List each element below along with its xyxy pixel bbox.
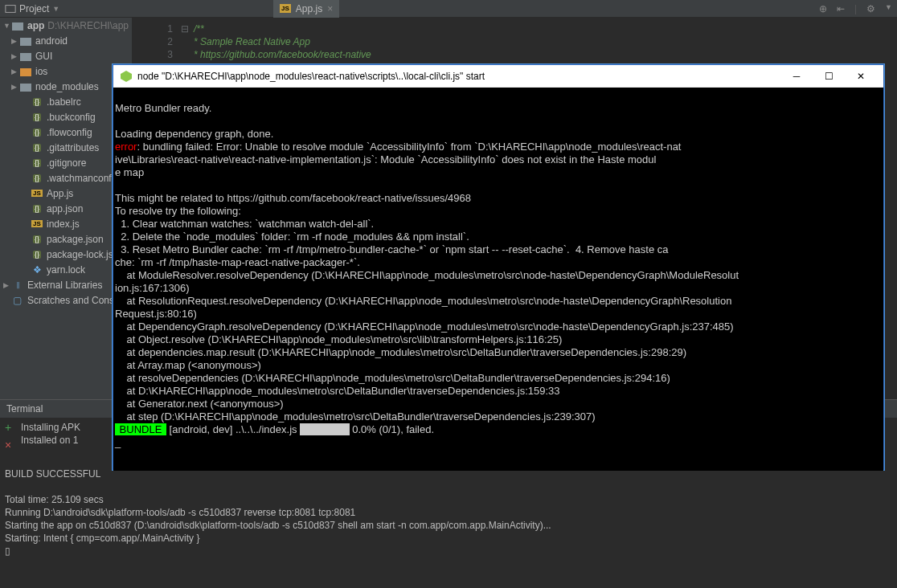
file-icon: {} [31,142,43,153]
file-icon: ❖ [31,264,43,276]
close-button[interactable]: ✕ [845,65,877,88]
item-label: .babelrc [47,96,81,108]
file-icon: {} [31,112,43,123]
item-label: app.json [47,203,83,214]
maximize-button[interactable]: ☐ [813,65,845,88]
file-icon: {} [31,234,43,245]
expand-arrow-icon[interactable]: ▶ [11,67,19,76]
close-tab-icon[interactable]: × [327,3,333,14]
file-icon: {} [31,249,43,260]
console-output[interactable]: Metro Bundler ready. Loading dependency … [113,88,883,471]
progress-bar [300,423,349,435]
terminal-line: Total time: 25.109 secs [5,493,892,506]
folder-icon [19,81,32,92]
item-label: package.json [47,234,104,245]
terminal-line: Installing APK [21,421,83,434]
file-icon: {} [31,96,43,108]
console-line: This might be related to https://github.… [115,192,882,205]
tree-item-android[interactable]: ▶android [0,33,132,48]
error-text: : bundling failed: Error: Unable to reso… [137,141,681,153]
console-line: che: `rm -rf /tmp/haste-map-react-native… [115,256,882,269]
svg-rect-3 [20,53,31,61]
ide-toolbar: Project ▼ ⊕ ⇤ | ⚙ ▼ [0,0,897,18]
node-icon [120,70,133,83]
console-line: Request.js:80:16) [115,308,882,321]
console-line: at D:\KHARECHI\app\node_modules\metro\sr… [115,385,882,398]
console-line: 3. Reset Metro Bundler cache: `rm -rf /t… [115,243,882,256]
item-label: App.js [47,188,73,199]
expand-arrow-icon[interactable]: ▼ [3,22,11,30]
project-dropdown[interactable]: Project ▼ [5,3,59,14]
project-icon [5,3,16,14]
item-label: ios [35,66,47,77]
item-label: node_modules [35,81,99,92]
terminal-line: Installed on 1 [21,434,83,447]
terminal-line: ▯ [5,545,892,557]
console-titlebar[interactable]: node "D:\KHARECHI\app\node_modules\react… [113,65,883,88]
console-line: ion.js:167:1306) [115,282,882,295]
item-label: android [35,35,68,47]
minimize-button[interactable]: ─ [780,65,813,88]
svg-rect-0 [6,5,15,12]
expand-arrow-icon[interactable]: ▶ [11,83,19,91]
console-line: 1. Clear watchman watches: `watchman wat… [115,218,882,231]
folder-icon [19,66,32,77]
svg-rect-2 [20,38,31,46]
cursor: _ [115,436,882,449]
console-line: at DependencyGraph.resolveDependency (D:… [115,321,882,333]
terminal-line: Running D:\android\sdk\platform-tools/ad… [5,506,892,519]
folder-icon [19,35,32,47]
console-line: at Array.map (<anonymous>) [115,359,882,372]
svg-rect-1 [12,22,23,31]
svg-rect-4 [20,68,31,76]
collapse-icon[interactable]: ⇤ [837,3,845,14]
console-line [115,89,882,102]
terminal-line [5,480,892,493]
gear-icon[interactable]: ⚙ [866,3,875,14]
scratch-icon: ▢ [11,295,24,306]
add-session-icon[interactable]: + [5,421,21,434]
item-label: .flowconfig [47,127,92,138]
js-file-icon: JS [280,4,291,13]
svg-rect-5 [20,84,31,92]
expand-arrow-icon[interactable]: ▶ [11,37,19,45]
target-icon[interactable]: ⊕ [819,3,827,14]
console-line: Loading dependency graph, done. [115,128,882,141]
root-name: app [27,20,44,31]
console-line: at step (D:\KHARECHI\app\node_modules\me… [115,410,882,423]
item-label: .gitattributes [47,142,99,153]
console-line: e map [115,166,882,179]
root-path: D:\KHARECHI\app [47,20,129,31]
console-line: at ResolutionRequest.resolveDependency (… [115,295,882,308]
library-icon: ⦀ [11,280,24,291]
file-icon: {} [31,203,43,214]
console-title: node "D:\KHARECHI\app\node_modules\react… [137,71,780,82]
item-label: index.js [47,218,80,230]
svg-marker-6 [121,71,132,82]
chevron-down-icon: ▼ [52,5,59,13]
console-line: at Generator.next (<anonymous>) [115,398,882,410]
terminal-title: Terminal [6,403,43,414]
error-label: error [115,141,137,153]
console-line [115,179,882,192]
file-icon: {} [31,173,43,184]
toolbar-divider: | [854,3,857,14]
console-line: 2. Delete the `node_modules` folder: `rm… [115,231,882,243]
expand-arrow-icon[interactable]: ▶ [3,281,11,289]
item-label: GUI [35,51,52,62]
node-console-window[interactable]: node "D:\KHARECHI\app\node_modules\react… [113,64,884,470]
file-icon: {} [31,157,43,169]
console-line: at dependencies.map.result (D:\KHARECHI\… [115,346,882,359]
bundle-badge: BUNDLE [115,423,166,435]
expand-arrow-icon[interactable]: ▶ [11,52,19,60]
tree-root[interactable]: ▼ app D:\KHARECHI\app [0,18,132,33]
project-label: Project [19,3,49,14]
console-line [115,115,882,128]
close-session-icon[interactable]: × [5,439,21,451]
tab-app-js[interactable]: JS App.js × [273,0,339,18]
item-label: yarn.lock [47,264,85,276]
tree-item-GUI[interactable]: ▶GUI [0,48,132,63]
terminal-line: Starting the app on c510d837 (D:\android… [5,519,892,532]
editor-tabs: JS App.js × [273,0,339,18]
file-icon: {} [31,127,43,138]
